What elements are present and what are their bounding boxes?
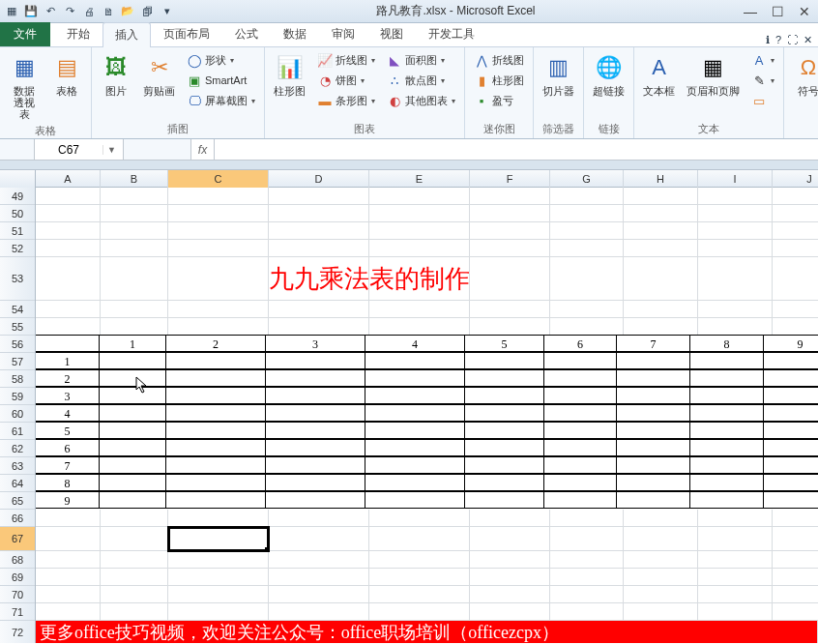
- cell[interactable]: [470, 222, 550, 240]
- cell[interactable]: [698, 569, 773, 586]
- cell[interactable]: [763, 404, 818, 422]
- cell[interactable]: 6: [35, 439, 100, 456]
- column-header[interactable]: D: [269, 170, 369, 188]
- cell[interactable]: [36, 301, 101, 318]
- cell[interactable]: 1: [99, 335, 166, 352]
- cell[interactable]: [269, 318, 369, 336]
- cell[interactable]: [168, 205, 269, 222]
- row-header[interactable]: 60: [0, 405, 35, 423]
- cell-grid[interactable]: 九九乘法表的制作123456789123456789更多office技巧视频，欢…: [36, 188, 818, 643]
- cell[interactable]: [101, 240, 168, 257]
- cell[interactable]: [624, 205, 698, 222]
- row-header[interactable]: 66: [0, 510, 35, 527]
- cell[interactable]: [101, 301, 168, 318]
- cell[interactable]: [269, 205, 369, 222]
- cell[interactable]: [773, 240, 818, 257]
- tab-review[interactable]: 审阅: [319, 21, 367, 46]
- cell[interactable]: [168, 603, 269, 621]
- column-header[interactable]: B: [101, 170, 168, 188]
- maximize-button[interactable]: ☐: [764, 2, 791, 21]
- cell[interactable]: [365, 491, 465, 509]
- row-header[interactable]: 49: [0, 188, 35, 205]
- cell[interactable]: [168, 510, 269, 527]
- cell[interactable]: [624, 222, 698, 240]
- cell[interactable]: [101, 188, 168, 205]
- cell[interactable]: 8: [689, 335, 764, 352]
- cell[interactable]: [369, 240, 470, 257]
- cell[interactable]: [36, 205, 101, 222]
- cell[interactable]: [624, 586, 698, 603]
- cell[interactable]: [689, 491, 764, 509]
- cell[interactable]: [168, 257, 269, 301]
- column-header[interactable]: C: [168, 170, 269, 188]
- cell[interactable]: [624, 603, 698, 621]
- cell[interactable]: [464, 491, 544, 509]
- cell[interactable]: [624, 551, 698, 569]
- cell[interactable]: [550, 551, 624, 569]
- ribbon-help-icon[interactable]: ?: [775, 34, 781, 46]
- row-header[interactable]: 71: [0, 603, 35, 621]
- cell[interactable]: [464, 474, 544, 491]
- cell[interactable]: [168, 222, 269, 240]
- cell[interactable]: [36, 551, 101, 569]
- print-icon[interactable]: 🖨: [81, 4, 97, 19]
- cell[interactable]: [543, 491, 617, 509]
- cell[interactable]: [269, 586, 369, 603]
- cell[interactable]: [99, 387, 166, 404]
- cell[interactable]: [763, 439, 818, 456]
- cell[interactable]: [365, 456, 465, 474]
- object-button[interactable]: ▭: [748, 91, 777, 110]
- cell[interactable]: [550, 527, 624, 551]
- cell[interactable]: [464, 422, 544, 439]
- cell[interactable]: 6: [543, 335, 617, 352]
- cell[interactable]: [773, 603, 818, 621]
- cell[interactable]: [773, 510, 818, 527]
- row-header[interactable]: 63: [0, 457, 35, 475]
- cell[interactable]: [365, 474, 465, 491]
- cell[interactable]: [773, 301, 818, 318]
- cell[interactable]: [773, 586, 818, 603]
- cell[interactable]: [550, 318, 624, 336]
- cell[interactable]: 9: [35, 491, 100, 509]
- cell[interactable]: [470, 510, 550, 527]
- cell[interactable]: [773, 551, 818, 569]
- column-header[interactable]: F: [470, 170, 550, 188]
- cell[interactable]: [689, 439, 764, 456]
- symbol-button[interactable]: Ω符号: [790, 50, 818, 99]
- clipart-button[interactable]: ✂剪贴画: [140, 50, 178, 99]
- undo-icon[interactable]: ↶: [43, 4, 58, 19]
- cell[interactable]: [101, 222, 168, 240]
- cell[interactable]: [36, 527, 101, 551]
- cell[interactable]: [365, 369, 465, 387]
- cell[interactable]: [99, 439, 166, 456]
- spark-winloss-button[interactable]: ▪盈亏: [471, 91, 527, 110]
- new-icon[interactable]: 🗎: [101, 4, 116, 19]
- row-header[interactable]: 64: [0, 475, 35, 492]
- cell[interactable]: [269, 527, 369, 551]
- cell[interactable]: [365, 387, 465, 404]
- tab-formulas[interactable]: 公式: [222, 21, 271, 46]
- ribbon-info-icon[interactable]: ℹ: [766, 34, 770, 46]
- cell[interactable]: [763, 352, 818, 369]
- cell[interactable]: [773, 222, 818, 240]
- cell[interactable]: [168, 527, 269, 551]
- cell[interactable]: [265, 352, 365, 369]
- name-box-input[interactable]: [35, 143, 102, 157]
- cell[interactable]: [365, 404, 465, 422]
- slicer-button[interactable]: ▥切片器: [540, 50, 577, 99]
- cell[interactable]: [168, 188, 269, 205]
- cell[interactable]: [36, 240, 101, 257]
- cell[interactable]: [464, 404, 544, 422]
- cell[interactable]: [99, 369, 166, 387]
- cell[interactable]: [689, 352, 764, 369]
- row-header[interactable]: 61: [0, 423, 35, 440]
- cell[interactable]: [550, 586, 624, 603]
- cell[interactable]: [550, 510, 624, 527]
- cell[interactable]: [698, 222, 773, 240]
- cell[interactable]: [365, 422, 465, 439]
- cell[interactable]: [763, 387, 818, 404]
- cell[interactable]: [464, 439, 544, 456]
- column-header[interactable]: G: [550, 170, 624, 188]
- cell[interactable]: [698, 301, 773, 318]
- cell[interactable]: [168, 569, 269, 586]
